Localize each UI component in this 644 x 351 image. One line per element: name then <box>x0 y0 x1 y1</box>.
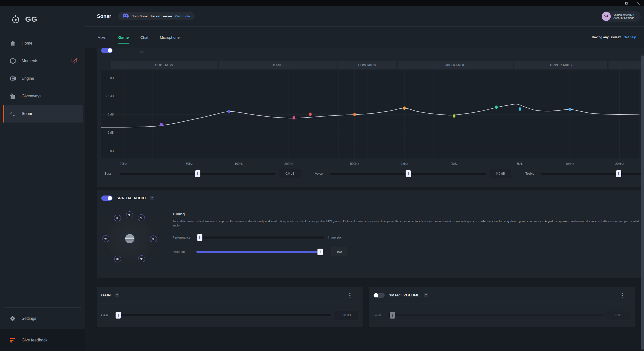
speaker-top-left-icon[interactable] <box>114 215 121 221</box>
active-accent-bar <box>3 105 4 123</box>
main-header: Sonar Join Sonar discord server Get invi… <box>85 6 644 26</box>
performance-slider[interactable] <box>196 234 324 241</box>
spatial-audio-title: SPATIAL AUDIO <box>117 196 146 200</box>
sidebar-footer: Settings Give feedback <box>0 307 85 351</box>
performance-label: Performance <box>172 236 196 239</box>
eq-graph[interactable]: +12 dB+6 dB0 dB-6 dB-12 dB20Hz50Hz100Hz2… <box>101 70 644 167</box>
bass-slider[interactable] <box>120 170 276 177</box>
level-value: 0.00 <box>606 311 630 320</box>
sidebar-item-label: Giveaways <box>22 94 41 98</box>
speaker-right-icon[interactable] <box>150 236 157 242</box>
immersion-label: Immersion <box>328 236 342 239</box>
minimize-button[interactable] <box>609 0 621 6</box>
eq-band-sub-bass[interactable]: SUB BASS <box>111 61 218 69</box>
get-help-link[interactable]: Get help <box>624 35 636 39</box>
eq-tone-sliders: Bass 0.0 dBVoice 0.0 dBTreble 0.0 dB <box>101 169 644 178</box>
spatial-help-icon[interactable]: ? <box>150 196 154 200</box>
smart-volume-toggle[interactable] <box>373 293 385 298</box>
eq-band-low-mids[interactable]: LOW MIDS <box>338 61 396 69</box>
sidebar-nav: Home Moments Engine Giveaways Sonar <box>0 31 85 123</box>
svg-text:-6 dB: -6 dB <box>106 131 114 134</box>
help-question: Having any issues? <box>592 35 621 39</box>
account-username: ValuableMenu72 <box>613 13 634 16</box>
smart-volume-help-icon[interactable]: ? <box>424 293 428 297</box>
tab-label: Microphone <box>160 35 180 40</box>
voice-slider[interactable] <box>330 170 486 177</box>
tuning-description: Tune slider towards Performance to impro… <box>172 219 639 228</box>
feedback-bars-icon <box>10 337 16 343</box>
discord-banner[interactable]: Join Sonar discord server Get invite <box>118 12 195 20</box>
restore-button[interactable] <box>621 0 632 6</box>
sidebar-item-giveaways[interactable]: Giveaways <box>3 87 83 105</box>
account-settings-link[interactable]: Account Settings <box>613 16 634 19</box>
svg-text:10kHz: 10kHz <box>565 162 574 166</box>
close-icon[interactable] <box>632 0 644 6</box>
sidebar-item-engine[interactable]: Engine <box>3 70 83 87</box>
tab-game[interactable]: Game <box>118 33 129 42</box>
page-title: Sonar <box>97 13 111 19</box>
account-chip[interactable]: VA ValuableMenu72 Account Settings <box>601 11 641 22</box>
speaker-left-icon[interactable] <box>102 235 109 242</box>
svg-text:200Hz: 200Hz <box>284 162 293 166</box>
treble-slider[interactable] <box>541 170 644 177</box>
svg-text:1kHz: 1kHz <box>401 162 408 166</box>
speaker-top-right-icon[interactable] <box>138 214 145 221</box>
discord-banner-label: Join Sonar discord server <box>132 14 172 18</box>
eq-help-icon[interactable] <box>139 51 144 53</box>
eq-band-highs[interactable]: HIGHS <box>609 61 644 69</box>
eq-slider-label: Voice <box>315 172 327 175</box>
window-titlebar <box>0 0 644 6</box>
tab-mixer[interactable]: Mixer <box>97 33 107 42</box>
gain-help-icon[interactable]: ? <box>115 293 119 297</box>
active-tab-underline <box>118 43 129 44</box>
listener-head-icon[interactable] <box>125 234 134 243</box>
content-scroll-area: SUB BASSBASSLOW MIDSMID RANGEUPPER MIDSH… <box>85 48 644 351</box>
smart-volume-menu-kebab-icon[interactable] <box>622 293 623 298</box>
gain-slider[interactable] <box>116 312 331 319</box>
app-logo[interactable]: GG <box>0 6 85 31</box>
app-logo-text: GG <box>25 15 38 23</box>
svg-text:+12 dB: +12 dB <box>104 76 114 80</box>
speaker-top-icon[interactable] <box>126 211 133 218</box>
sonar-waves-icon <box>10 110 16 117</box>
distance-slider[interactable] <box>196 249 324 255</box>
eq-band-upper-mids[interactable]: UPPER MIDS <box>514 61 607 69</box>
eq-toggle[interactable] <box>101 48 113 53</box>
eq-chart-svg: +12 dB+6 dB0 dB-6 dB-12 dB20Hz50Hz100Hz2… <box>101 70 639 167</box>
chip-icon <box>10 75 16 82</box>
speaker-position-stage[interactable] <box>102 211 157 266</box>
tab-label: Chat <box>140 35 148 40</box>
eq-card-header-clipped <box>101 48 644 54</box>
sidebar-item-moments[interactable]: Moments <box>3 52 83 70</box>
sidebar-item-label: Home <box>22 41 32 46</box>
discord-icon <box>122 13 129 19</box>
scrollbar-thumb[interactable] <box>641 55 644 350</box>
eq-band-bass[interactable]: BASS <box>219 61 337 69</box>
eq-slider-label: Bass <box>104 172 116 175</box>
sidebar: GG Home Moments Engine Giveaways Sonar S… <box>0 6 85 351</box>
eq-slider-value: 0.0 dB <box>490 169 511 178</box>
tab-microphone[interactable]: Microphone <box>159 33 180 42</box>
parametric-eq-card: SUB BASSBASSLOW MIDSMID RANGEUPPER MIDSH… <box>97 48 644 187</box>
help-note: Having any issues? Get help <box>592 35 641 39</box>
spatial-audio-card: SPATIAL AUDIO ? <box>97 190 644 278</box>
spatial-audio-toggle[interactable] <box>101 196 113 201</box>
tab-chat[interactable]: Chat <box>140 33 149 42</box>
sidebar-item-settings[interactable]: Settings <box>0 308 85 329</box>
gain-slider-label: Gain <box>101 314 116 317</box>
smart-volume-card: SMART VOLUME ? Level 0.00 <box>369 287 635 327</box>
svg-text:20kHz: 20kHz <box>615 162 624 166</box>
sidebar-item-give-feedback[interactable]: Give feedback <box>0 329 85 351</box>
discord-invite-link[interactable]: Get invite <box>175 14 190 18</box>
home-icon <box>10 40 16 47</box>
sidebar-item-sonar[interactable]: Sonar <box>3 105 83 123</box>
tab-label: Game <box>118 35 129 40</box>
speaker-bottom-left-icon[interactable] <box>114 256 121 262</box>
sidebar-item-home[interactable]: Home <box>3 34 83 52</box>
gain-value: 0.0 dB <box>334 311 358 320</box>
hexagon-icon <box>10 58 16 64</box>
gain-menu-kebab-icon[interactable] <box>349 293 350 298</box>
eq-band-mid-range[interactable]: MID RANGE <box>398 61 513 69</box>
vertical-scrollbar[interactable] <box>641 48 644 351</box>
speaker-bottom-right-icon[interactable] <box>138 255 145 262</box>
